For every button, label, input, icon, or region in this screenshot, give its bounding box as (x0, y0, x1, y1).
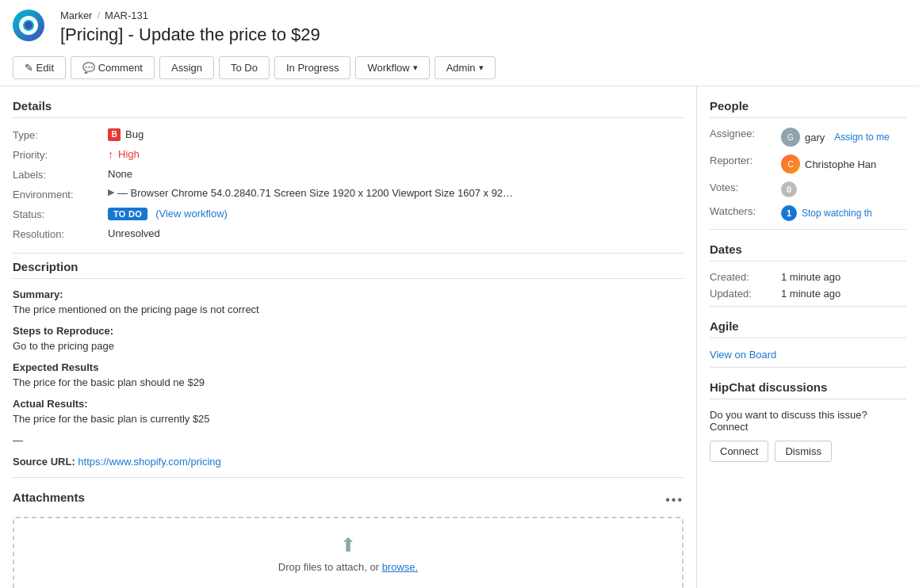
description-section: Description Summary: The price mentioned… (13, 260, 684, 468)
details-divider (13, 253, 684, 254)
votes-value: 0 (781, 181, 906, 197)
attachments-title: Attachments (13, 491, 85, 509)
breadcrumb-issue[interactable]: MAR-131 (105, 10, 148, 21)
logo (13, 10, 44, 41)
attachments-divider (13, 477, 684, 478)
source-label: Source URL: (13, 456, 75, 468)
source-url-row: Source URL: https://www.shopify.com/pric… (13, 456, 684, 468)
separator: — (13, 434, 684, 446)
reporter-label: Reporter: (710, 155, 781, 166)
agile-section: Agile View on Board (710, 319, 906, 361)
watchers-badge: 1 (781, 205, 797, 221)
resolution-value: Unresolved (108, 227, 684, 240)
dismiss-button[interactable]: Dismiss (775, 441, 832, 462)
env-text: — Browser Chrome 54.0.2840.71 Screen Siz… (117, 187, 514, 199)
hipchat-buttons: Connect Dismiss (710, 441, 906, 462)
drop-zone[interactable]: ⬆ Drop files to attach, or browse. (13, 517, 684, 588)
todo-button[interactable]: To Do (219, 56, 270, 79)
resolution-label: Resolution: (13, 227, 108, 240)
stop-watching-link[interactable]: Stop watching th (802, 208, 872, 219)
agile-divider (710, 367, 906, 368)
watchers-label: Watchers: (710, 205, 781, 217)
priority-value: ↑ High (108, 147, 684, 161)
comment-button[interactable]: 💬 Comment (71, 56, 155, 79)
hipchat-title: HipChat discussions (710, 380, 906, 399)
type-label: Type: (13, 128, 108, 141)
updated-row: Updated: 1 minute ago (710, 288, 906, 300)
actual-label: Actual Results: (13, 398, 684, 410)
priority-icon: ↑ (108, 148, 113, 161)
sidebar: People Assignee: G gary Assign to me Rep… (697, 86, 919, 588)
admin-button[interactable]: Admin (435, 56, 496, 79)
watchers-value: 1 Stop watching th (781, 205, 906, 221)
attachments-more-icon[interactable]: ••• (665, 493, 684, 507)
edit-button[interactable]: ✎ Edit (13, 56, 66, 79)
agile-title: Agile (710, 319, 906, 338)
priority-label: Priority: (13, 147, 108, 161)
main-layout: Details Type: B Bug Priority: ↑ High Lab… (0, 86, 919, 588)
source-url-link[interactable]: https://www.shopify.com/pricing (78, 456, 220, 468)
details-title: Details (13, 99, 684, 118)
view-board-link[interactable]: View on Board (710, 349, 776, 361)
steps-label: Steps to Reproduce: (13, 325, 684, 337)
priority-text: High (118, 148, 140, 160)
created-label: Created: (710, 271, 781, 283)
people-divider (710, 229, 906, 230)
votes-row: Votes: 0 (710, 181, 906, 197)
hipchat-section: HipChat discussions Do you want to discu… (710, 380, 906, 462)
expected-text: The price for the basic plan should ne $… (13, 376, 684, 388)
reporter-value: C Christophe Han (781, 155, 906, 174)
bug-icon: B (108, 128, 121, 141)
workflow-button[interactable]: Workflow (355, 56, 429, 79)
steps-text: Go to the pricing page (13, 340, 684, 352)
upload-icon: ⬆ (30, 534, 666, 556)
inprogress-button[interactable]: In Progress (274, 56, 350, 79)
environment-value: ▶ — Browser Chrome 54.0.2840.71 Screen S… (108, 187, 684, 200)
attachments-header: Attachments ••• (13, 491, 684, 509)
resolution-text: Unresolved (108, 227, 160, 239)
toolbar: ✎ Edit 💬 Comment Assign To Do In Progres… (0, 50, 919, 86)
breadcrumb-sep: / (97, 10, 100, 21)
labels-value: None (108, 167, 684, 181)
connect-button[interactable]: Connect (710, 441, 768, 462)
dates-title: Dates (710, 242, 906, 262)
created-row: Created: 1 minute ago (710, 271, 906, 283)
reporter-avatar: C (781, 155, 800, 174)
dates-section: Dates Created: 1 minute ago Updated: 1 m… (710, 242, 906, 300)
breadcrumb-project[interactable]: Marker (60, 10, 92, 21)
dates-divider (710, 306, 906, 307)
browse-link[interactable]: browse. (382, 561, 419, 573)
actual-text: The price for the basic plan is currentl… (13, 413, 684, 425)
votes-badge: 0 (781, 181, 797, 197)
votes-label: Votes: (710, 181, 781, 193)
view-workflow-link[interactable]: (View workflow) (155, 208, 228, 220)
status-badge: TO DO (108, 208, 147, 220)
assignee-row: Assignee: G gary Assign to me (710, 128, 906, 147)
assignee-value: G gary Assign to me (781, 128, 906, 147)
expected-label: Expected Results (13, 361, 684, 373)
assignee-avatar: G (781, 128, 800, 147)
created-value: 1 minute ago (781, 271, 906, 283)
description-title: Description (13, 260, 684, 279)
reporter-row: Reporter: C Christophe Han (710, 155, 906, 174)
page-title: [Pricing] - Update the price to $29 (60, 25, 320, 45)
assignee-name: gary (805, 132, 825, 143)
type-text: Bug (125, 128, 144, 140)
environment-label: Environment: (13, 187, 108, 200)
status-value: TO DO (View workflow) (108, 207, 684, 220)
reporter-name: Christophe Han (805, 158, 876, 170)
assign-to-me-link[interactable]: Assign to me (834, 132, 889, 143)
attachments-section: Attachments ••• ⬆ Drop files to attach, … (13, 491, 684, 588)
status-label: Status: (13, 207, 108, 220)
summary-label: Summary: (13, 288, 684, 300)
assign-button[interactable]: Assign (159, 56, 214, 79)
people-title: People (710, 99, 906, 118)
content-area: Details Type: B Bug Priority: ↑ High Lab… (0, 86, 697, 588)
labels-text: None (108, 168, 132, 180)
watchers-row: Watchers: 1 Stop watching th (710, 205, 906, 221)
updated-label: Updated: (710, 288, 781, 300)
breadcrumb: Marker / MAR-131 (60, 10, 320, 21)
people-section: People Assignee: G gary Assign to me Rep… (710, 99, 906, 221)
env-expand-icon[interactable]: ▶ (108, 187, 114, 197)
labels-label: Labels: (13, 167, 108, 181)
